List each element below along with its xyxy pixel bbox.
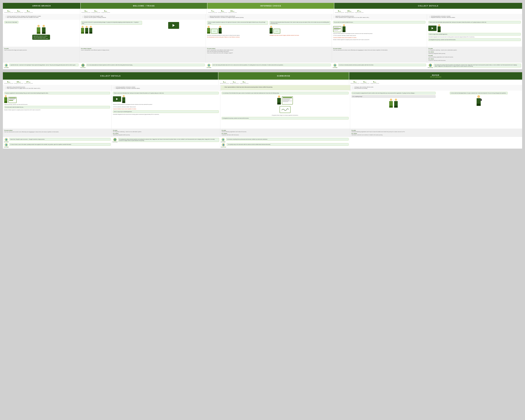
collect-annotation-2: 17-4% of customers will take an Addon Va… xyxy=(333,35,426,36)
bottom-collect-ann-r1: Only ask iCOMS questions for packaged ac… xyxy=(113,104,219,108)
informed-feedback: 👤 CUSTOMER Don't I like having informati… xyxy=(206,64,332,68)
informed-right-figures: screen xyxy=(270,26,330,34)
welcome-illustrations: Hi, my name is Abi and I'm a personal ba… xyxy=(80,19,206,47)
informed-fig2 xyxy=(219,26,222,34)
collect-right-video-area xyxy=(428,24,521,32)
bottom-collect-bullets-2: Confusing questions removed or revised. … xyxy=(112,85,221,90)
informed-annotation-red-2: Colleague only reads out part of pages, … xyxy=(270,35,330,36)
refer-right: Hi, this is Abi from Barnstaple Branch, … xyxy=(437,92,521,108)
summarise-feedback: 👤 CUSTOMER Summarises everything that wa… xyxy=(221,138,350,147)
collect-figures xyxy=(333,24,426,32)
refer-subtitle: (6% of customers) xyxy=(430,76,441,78)
customer-avatar-informed: 👤 CUSTOMER xyxy=(206,64,211,68)
tablet-screen: screen xyxy=(211,29,218,34)
arrive-illustrations: Help, how can I help today? xyxy=(3,19,80,47)
arrive-speech-dark: Opportunity: Customer is waiting. They c… xyxy=(32,35,50,40)
welcome-video-area xyxy=(143,21,204,30)
bottom-colleague-fb-text: Not wasting time asking irrelevant quest… xyxy=(118,138,219,142)
play-button-icon[interactable] xyxy=(173,24,175,27)
pilot-row: For pilot How to execute the triage and … xyxy=(3,47,522,63)
metric-badge: 7min Shortest journey time xyxy=(208,10,217,13)
colleague-avatar-collect: 👤 FACILITATOR xyxy=(428,64,433,68)
bottom-summarise-label: SUMMARISE xyxy=(277,75,290,77)
summarise-fig xyxy=(277,95,281,104)
bottom-refer-header: REFER (6% of customers) xyxy=(349,72,522,80)
metric-badge: 3min Shortest journey time xyxy=(4,10,13,13)
collect-left-pilot: For post rollout: How can disclosures be… xyxy=(332,47,427,63)
informed-inner: There's a couple of questions to get you… xyxy=(207,21,330,38)
arrive-branch-label: ARRIVE BRANCH xyxy=(32,5,51,7)
informed-annotation-red-1: Not showing basic account at this point.… xyxy=(207,37,268,38)
refer-figures xyxy=(352,99,436,108)
bottom-refer-metrics: 0min Shortest journey time 0min Average … xyxy=(349,80,522,85)
collect-bullets-1: Application using streamlined process. F… xyxy=(332,14,427,19)
signature-svg xyxy=(281,108,289,112)
bottom-fig-1 xyxy=(4,95,7,103)
collect-metrics: 6min Shortest journey time 10min Average… xyxy=(334,9,522,14)
bullets-row: Customer greeted in hall by colleague wh… xyxy=(3,14,522,19)
metric-badge: 4min Average journey time xyxy=(14,10,23,13)
bottom-collect-speech-1: To get you registered for internet banki… xyxy=(4,92,110,94)
informed-left: There's a couple of questions to get you… xyxy=(207,21,268,38)
welcome-pilot: For rollout / beyond How to standardise … xyxy=(80,47,206,63)
collect-video xyxy=(428,26,437,31)
bottom-collect-right-illus: There's some more information that I nee… xyxy=(112,91,220,128)
collect-bullets-2: Confusing questions removed or revised. … xyxy=(427,14,522,19)
bottom-collect-ann-r2: Overdrafts integrated into the account a… xyxy=(113,114,219,115)
summarise-customer-avatar: 👤 CUSTOMER xyxy=(221,138,225,142)
summarise-fb-1: 👤 CUSTOMER Summarises everything that wa… xyxy=(221,138,349,142)
metric-badge: 8min Longest journey time xyxy=(24,10,33,13)
collect-customer-feedback: 👤 CUSTOMER Can focus on relevant product… xyxy=(333,64,426,68)
bottom-collect-bullets-1: Application using streamlined process. F… xyxy=(3,85,112,90)
welcome-metrics: 3min Shortest journey time 3min Average … xyxy=(80,9,207,14)
informed-choice-label: INFORMED CHOICE xyxy=(260,5,281,7)
informed-right: There are a few key points about this pr… xyxy=(269,21,330,36)
refer-fig-1 xyxy=(389,99,393,108)
bottom-collect-video xyxy=(113,96,121,102)
summarise-speech-1: Is a summary of the information that I g… xyxy=(222,92,349,94)
bottom-collect-ann-r-red: Customer feedback issues around repetiti… xyxy=(113,108,219,110)
metric-badge: 14min Longest journey time xyxy=(228,10,237,13)
informed-speech-2: There are a few key points about this pr… xyxy=(270,21,330,25)
refer-speech-1: Hi, ok, the system is saying that we'll … xyxy=(352,92,436,94)
informed-bullets: Narrow down product choices to those mos… xyxy=(206,14,332,19)
informed-feedback-text: Don't I like having information laid out… xyxy=(212,64,331,66)
bottom-illustration-row: To get you registered for internet banki… xyxy=(3,91,522,129)
collect-feedback-text-1: Can focus on relevant products and discu… xyxy=(338,64,426,66)
bottom-customer-avatar-2: 👤 CUSTOMER xyxy=(4,143,9,147)
metric-badge: 0min Average journey time xyxy=(360,81,369,84)
welcome-feedback: 👤 COLLEAGUE It's a more pleasurable and … xyxy=(80,64,206,68)
welcome-feedback-text: It's a more pleasurable and relaxed expe… xyxy=(86,64,205,66)
collect-annotation-3: Number of fields required to complete pr… xyxy=(333,39,426,40)
collect-feedback-right: 👤 FACILITATOR Not wasting time asking ir… xyxy=(428,64,521,68)
bottom-collect-right-fig xyxy=(122,95,125,103)
collect-annotation-red: Customer feedback issues around repetiti… xyxy=(333,37,426,38)
metric-badge: 6min Shortest journey time xyxy=(335,10,344,13)
arrive-branch-header: ARRIVE BRANCH xyxy=(3,3,81,9)
top-feedback-row: 👤 CUSTOMER I quite like the look. I coul… xyxy=(3,63,522,69)
informed-speech-1: There's a couple of questions to get you… xyxy=(207,21,268,25)
welcome-speech-1: Hi, my name is Abi and I'm a personal ba… xyxy=(81,21,142,25)
metric-badge: 27min Longest journey time xyxy=(355,10,364,13)
bottom-customer-fb-text-1: Easier than I thought to open an account… xyxy=(9,138,111,141)
summarise-fb-text-2: I can quickly recap on the discussion wi… xyxy=(227,143,349,146)
colleague-fig xyxy=(85,26,88,34)
figure-legs xyxy=(37,32,40,34)
metric-badge: 4min Longest journey time xyxy=(101,10,110,13)
bottom-refer-bullets: Colleague calls real time referral centr… xyxy=(350,85,522,90)
welcome-triage-header: WELCOME / TRIAGE xyxy=(81,3,207,9)
metric-badge: 6min Shortest journey time xyxy=(4,81,13,84)
informed-metrics: 7min Shortest journey time 9min Average … xyxy=(207,9,334,14)
bottom-collect-right-feedback: 👤 COLLEAGUE Not wasting time asking irre… xyxy=(112,138,220,147)
metric-badge: 1min Shortest journey time xyxy=(220,81,229,84)
bottom-collect-video-area xyxy=(113,95,219,103)
welcome-figures xyxy=(81,26,142,34)
bottom-collect-metrics: 6min Shortest journey time 10min Average… xyxy=(3,80,219,85)
refer-feedback xyxy=(350,138,521,147)
collect-speech-right-2: Here's a copy of your overdraft agreemen… xyxy=(428,33,521,36)
bottom-header-row: COLLECT DETAILS SUMMARISE REFER (6% of c… xyxy=(3,72,522,80)
welcome-inner: Hi, my name is Abi and I'm a personal ba… xyxy=(81,21,204,34)
play-icon2 xyxy=(116,98,118,100)
collect-right-illustrations: There's some more information about prod… xyxy=(427,19,522,47)
figure-head xyxy=(38,25,40,27)
